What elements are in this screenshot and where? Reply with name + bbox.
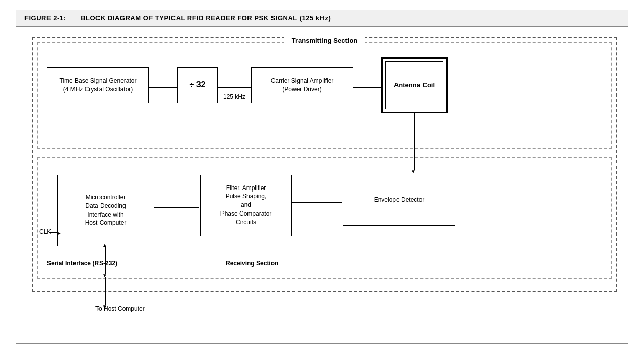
micro-line1: Microcontroller	[85, 193, 127, 202]
microcontroller-block: Microcontroller Data Decoding Interface …	[57, 175, 154, 246]
transmitting-label: Transmitting Section	[284, 37, 365, 44]
filter-block: Filter, Amplifier Pulse Shaping, and Pha…	[200, 175, 292, 236]
carrier-amp-line2: (Power Driver)	[271, 85, 334, 94]
figure-number: FIGURE 2-1:	[24, 14, 66, 22]
arrow-carrier-antenna	[353, 85, 385, 90]
figure-subtitle: BLOCK DIAGRAM OF TYPICAL RFID READER FOR…	[81, 14, 331, 22]
antenna-block: Antenna Coil	[381, 57, 448, 113]
filter-line3: and	[220, 201, 272, 209]
vline-micro-host	[105, 246, 106, 274]
micro-line2: Data Decoding	[85, 202, 127, 210]
envelope-text: Envelope Detector	[374, 196, 425, 204]
filter-line4: Phase Comparator	[220, 209, 272, 218]
vline-to-host	[105, 277, 106, 305]
divider-block: ÷ 32	[177, 67, 218, 103]
arrow-final-down: ▼	[102, 304, 107, 310]
serial-label: Serial Interface (RS-232)	[47, 260, 117, 267]
arrow-timbase-div	[149, 85, 181, 90]
vline-antenna-envelope	[414, 113, 415, 170]
clk-arrow: ▶	[49, 230, 61, 236]
carrier-amp-block: Carrier Signal Amplifier (Power Driver)	[251, 67, 353, 103]
arrow-down-antenna: ▼	[411, 169, 416, 174]
filter-line2: Pulse Shaping,	[220, 192, 272, 201]
receiving-label: Receiving Section	[226, 260, 278, 267]
time-base-line1: Time Base Signal Generator	[60, 77, 137, 85]
carrier-amp-line1: Carrier Signal Amplifier	[271, 77, 334, 85]
filter-line5: Circuits	[220, 218, 272, 227]
divider-text: ÷ 32	[189, 79, 205, 90]
arrow-div-carrier	[218, 85, 255, 90]
arrow-down-host: ▼	[102, 273, 107, 278]
micro-line3: Interface with	[85, 210, 127, 219]
time-base-line2: (4 MHz Crystal Oscillator)	[60, 85, 137, 94]
time-base-block: Time Base Signal Generator (4 MHz Crysta…	[47, 67, 149, 103]
antenna-text: Antenna Coil	[394, 81, 435, 89]
page-wrapper: FIGURE 2-1: BLOCK DIAGRAM OF TYPICAL RFI…	[16, 10, 628, 344]
arrow-up-host: ▲	[102, 242, 107, 248]
micro-line4: Host Computer	[85, 219, 127, 227]
diagram-area: Transmitting Section Receiving Section S…	[16, 27, 628, 343]
envelope-block: Envelope Detector	[343, 175, 455, 226]
filter-line1: Filter, Amplifier	[220, 184, 272, 193]
freq-label: 125 kHz	[223, 93, 245, 100]
figure-title: FIGURE 2-1: BLOCK DIAGRAM OF TYPICAL RFI…	[16, 10, 628, 27]
